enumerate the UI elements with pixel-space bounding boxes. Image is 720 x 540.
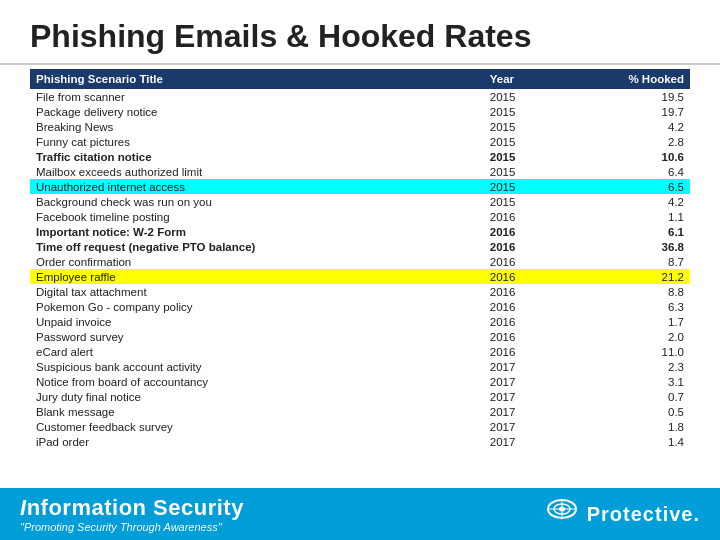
row-title: Pokemon Go - company policy	[30, 299, 484, 314]
row-year: 2015	[484, 104, 558, 119]
table-row: Customer feedback survey20171.8	[30, 419, 690, 434]
row-title: File from scanner	[30, 89, 484, 104]
row-title: Suspicious bank account activity	[30, 359, 484, 374]
row-hooked: 3.1	[557, 374, 690, 389]
row-title: Password survey	[30, 329, 484, 344]
row-title: Customer feedback survey	[30, 419, 484, 434]
table-row: File from scanner201519.5	[30, 89, 690, 104]
row-year: 2017	[484, 359, 558, 374]
row-title: Jury duty final notice	[30, 389, 484, 404]
table-row: Suspicious bank account activity20172.3	[30, 359, 690, 374]
row-year: 2016	[484, 284, 558, 299]
row-year: 2017	[484, 389, 558, 404]
table-row: Password survey20162.0	[30, 329, 690, 344]
table-row: Mailbox exceeds authorized limit20156.4	[30, 164, 690, 179]
row-year: 2016	[484, 209, 558, 224]
row-title: Digital tax attachment	[30, 284, 484, 299]
row-title: Facebook timeline posting	[30, 209, 484, 224]
footer-logo-text: Protective.	[587, 503, 700, 526]
row-title: Mailbox exceeds authorized limit	[30, 164, 484, 179]
row-hooked: 2.8	[557, 134, 690, 149]
row-year: 2015	[484, 89, 558, 104]
row-hooked: 19.5	[557, 89, 690, 104]
row-title: Background check was run on you	[30, 194, 484, 209]
row-hooked: 11.0	[557, 344, 690, 359]
row-title: Traffic citation notice	[30, 149, 484, 164]
table-row: eCard alert201611.0	[30, 344, 690, 359]
table-row: Pokemon Go - company policy20166.3	[30, 299, 690, 314]
row-year: 2015	[484, 179, 558, 194]
row-year: 2017	[484, 404, 558, 419]
row-hooked: 6.4	[557, 164, 690, 179]
row-hooked: 1.1	[557, 209, 690, 224]
table-row: Funny cat pictures20152.8	[30, 134, 690, 149]
table-row: Package delivery notice201519.7	[30, 104, 690, 119]
col-header-hooked: % Hooked	[557, 69, 690, 89]
table-row: iPad order20171.4	[30, 434, 690, 449]
footer-logo: Protective.	[543, 499, 700, 529]
table-row: Unauthorized internet access20156.5	[30, 179, 690, 194]
table-row: Time off request (negative PTO balance)2…	[30, 239, 690, 254]
footer-title: Information Security	[20, 495, 244, 521]
table-row: Facebook timeline posting20161.1	[30, 209, 690, 224]
table-row: Background check was run on you20154.2	[30, 194, 690, 209]
row-year: 2016	[484, 344, 558, 359]
row-year: 2016	[484, 299, 558, 314]
row-year: 2017	[484, 434, 558, 449]
footer-left: Information Security "Promoting Security…	[20, 495, 244, 533]
footer-subtitle: "Promoting Security Through Awareness"	[20, 521, 244, 533]
row-hooked: 4.2	[557, 194, 690, 209]
row-title: Order confirmation	[30, 254, 484, 269]
footer-title-rest: nformation Security	[27, 495, 244, 520]
row-hooked: 8.8	[557, 284, 690, 299]
table-container: Phishing Scenario Title Year % Hooked Fi…	[0, 65, 720, 453]
row-hooked: 10.6	[557, 149, 690, 164]
row-year: 2016	[484, 314, 558, 329]
row-year: 2016	[484, 239, 558, 254]
row-year: 2016	[484, 224, 558, 239]
row-year: 2017	[484, 374, 558, 389]
table-row: Notice from board of accountancy20173.1	[30, 374, 690, 389]
col-header-year: Year	[484, 69, 558, 89]
row-title: iPad order	[30, 434, 484, 449]
row-title: Time off request (negative PTO balance)	[30, 239, 484, 254]
footer-title-I: I	[20, 495, 27, 520]
row-year: 2015	[484, 149, 558, 164]
row-title: Unpaid invoice	[30, 314, 484, 329]
row-title: Unauthorized internet access	[30, 179, 484, 194]
col-header-title: Phishing Scenario Title	[30, 69, 484, 89]
row-hooked: 2.0	[557, 329, 690, 344]
row-hooked: 1.4	[557, 434, 690, 449]
row-year: 2016	[484, 329, 558, 344]
row-hooked: 19.7	[557, 104, 690, 119]
row-hooked: 2.3	[557, 359, 690, 374]
row-year: 2015	[484, 119, 558, 134]
row-hooked: 1.8	[557, 419, 690, 434]
row-title: eCard alert	[30, 344, 484, 359]
row-hooked: 4.2	[557, 119, 690, 134]
row-title: Package delivery notice	[30, 104, 484, 119]
row-hooked: 36.8	[557, 239, 690, 254]
table-row: Unpaid invoice20161.7	[30, 314, 690, 329]
table-row: Order confirmation20168.7	[30, 254, 690, 269]
main-title: Phishing Emails & Hooked Rates	[0, 0, 720, 65]
row-title: Notice from board of accountancy	[30, 374, 484, 389]
row-year: 2016	[484, 269, 558, 284]
table-row: Digital tax attachment20168.8	[30, 284, 690, 299]
protective-logo-icon	[543, 499, 581, 529]
row-title: Breaking News	[30, 119, 484, 134]
row-title: Employee raffle	[30, 269, 484, 284]
row-hooked: 0.7	[557, 389, 690, 404]
row-year: 2016	[484, 254, 558, 269]
table-row: Employee raffle201621.2	[30, 269, 690, 284]
row-hooked: 1.7	[557, 314, 690, 329]
row-year: 2015	[484, 194, 558, 209]
row-hooked: 8.7	[557, 254, 690, 269]
phishing-table: Phishing Scenario Title Year % Hooked Fi…	[30, 69, 690, 449]
footer: Information Security "Promoting Security…	[0, 488, 720, 540]
row-hooked: 0.5	[557, 404, 690, 419]
row-year: 2015	[484, 164, 558, 179]
table-row: Blank message20170.5	[30, 404, 690, 419]
row-title: Important notice: W-2 Form	[30, 224, 484, 239]
table-row: Breaking News20154.2	[30, 119, 690, 134]
